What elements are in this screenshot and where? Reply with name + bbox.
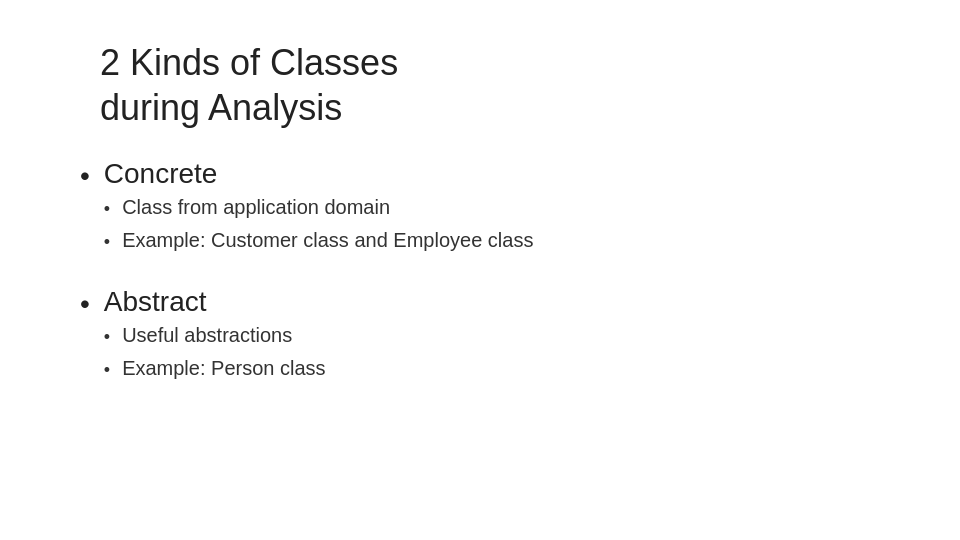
sub-item-abstract-2: • Example: Person class <box>104 357 326 384</box>
slide-title: 2 Kinds of Classes during Analysis <box>100 40 900 130</box>
abstract-label: Abstract <box>104 286 326 318</box>
concrete-label: Concrete <box>104 158 534 190</box>
abstract-content: Abstract • Useful abstractions • Example… <box>104 286 326 400</box>
sub-item-concrete-2: • Example: Customer class and Employee c… <box>104 229 534 256</box>
concrete-content: Concrete • Class from application domain… <box>104 158 534 272</box>
main-bullet-list: • Concrete • Class from application doma… <box>80 158 900 414</box>
slide: 2 Kinds of Classes during Analysis • Con… <box>0 0 960 540</box>
bullet-dot-abstract: • <box>80 286 90 322</box>
title-line2: during Analysis <box>100 87 342 128</box>
sub-label-concrete-2: Example: Customer class and Employee cla… <box>122 229 533 252</box>
sub-item-abstract-1: • Useful abstractions <box>104 324 326 351</box>
sub-label-concrete-1: Class from application domain <box>122 196 390 219</box>
sub-dot-2: • <box>104 229 110 256</box>
sub-dot-1: • <box>104 196 110 223</box>
bullet-item-concrete: • Concrete • Class from application doma… <box>80 158 900 272</box>
bullet-dot-concrete: • <box>80 158 90 194</box>
title-line1: 2 Kinds of Classes <box>100 42 398 83</box>
sub-item-concrete-1: • Class from application domain <box>104 196 534 223</box>
bullet-item-abstract: • Abstract • Useful abstractions • Examp… <box>80 286 900 400</box>
concrete-sub-list: • Class from application domain • Exampl… <box>104 196 534 262</box>
abstract-sub-list: • Useful abstractions • Example: Person … <box>104 324 326 390</box>
sub-dot-3: • <box>104 324 110 351</box>
sub-label-abstract-2: Example: Person class <box>122 357 325 380</box>
sub-label-abstract-1: Useful abstractions <box>122 324 292 347</box>
sub-dot-4: • <box>104 357 110 384</box>
